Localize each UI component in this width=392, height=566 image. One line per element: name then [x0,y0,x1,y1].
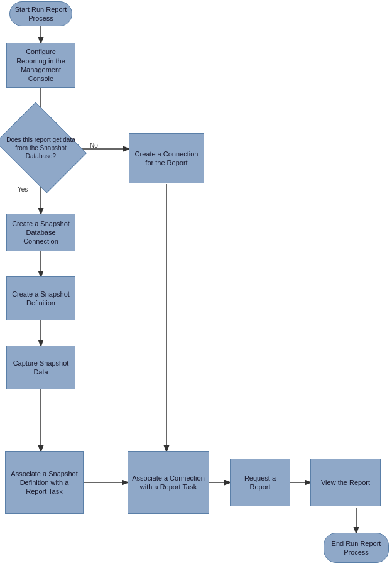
create-connection-node: Create a Connection for the Report [129,133,204,183]
flowchart: Start Run Report Process Configure Repor… [0,0,392,566]
no-label: No [90,142,98,149]
request-report-node: Request a Report [230,459,290,506]
assoc-connection-node: Associate a Connection with a Report Tas… [128,451,209,514]
decision-node: Does this report get data from the Snaps… [0,116,82,179]
capture-snapshot-node: Capture Snapshot Data [6,346,75,389]
assoc-snapshot-node: Associate a Snapshot Definition with a R… [5,451,84,514]
start-node: Start Run Report Process [9,1,72,26]
view-report-node: View the Report [310,459,381,506]
end-node: End Run Report Process [324,533,389,563]
yes-label: Yes [18,186,28,193]
configure-node: Configure Reporting in the Management Co… [6,43,75,88]
snapshot-db-conn-node: Create a Snapshot Database Connection [6,214,75,251]
snapshot-def-node: Create a Snapshot Definition [6,276,75,320]
